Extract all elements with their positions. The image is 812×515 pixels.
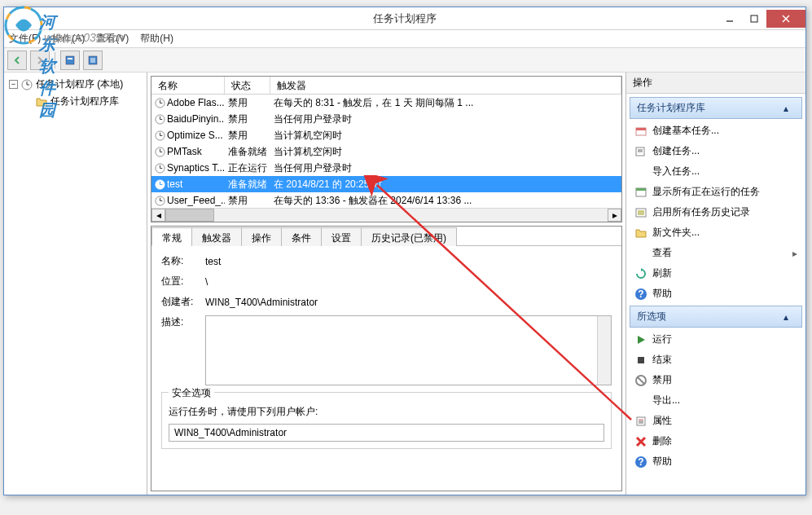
clock-icon — [155, 98, 165, 108]
collapse-icon[interactable]: ▴ — [783, 103, 795, 114]
action-refresh[interactable]: 刷新 — [630, 263, 802, 284]
svg-rect-42 — [638, 210, 644, 215]
enable-history-icon — [634, 206, 647, 219]
refresh-icon — [634, 267, 647, 280]
action-label: 刷新 — [652, 266, 672, 280]
col-header-name[interactable]: 名称 — [151, 77, 225, 94]
security-section: 安全选项 运行任务时，请使用下列用户帐户: WIN8_T400\Administ… — [161, 392, 612, 449]
table-row[interactable]: Synaptics T... 正在运行 当任何用户登录时 — [151, 160, 621, 176]
tab-triggers[interactable]: 触发器 — [191, 227, 242, 246]
row-name: Optimize S... — [167, 130, 223, 141]
create-icon — [634, 145, 647, 158]
menu-help[interactable]: 帮助(H) — [140, 32, 173, 46]
table-row[interactable]: BaiduPinyin... 禁用 当任何用户登录时 — [151, 111, 621, 127]
action-label: 新文件夹... — [652, 226, 700, 240]
disable-icon — [634, 374, 647, 387]
action-label: 创建基本任务... — [652, 124, 719, 138]
textarea-scrollbar[interactable] — [597, 316, 611, 385]
description-textarea[interactable] — [205, 315, 612, 385]
actions-panel-title: 操作 — [626, 73, 805, 94]
action-label: 创建任务... — [652, 144, 700, 158]
minimize-button[interactable] — [718, 10, 742, 28]
clock-icon — [155, 114, 165, 125]
row-name: PMTask — [167, 146, 202, 157]
tree-expand-icon[interactable]: − — [9, 80, 18, 89]
close-button[interactable] — [766, 10, 805, 28]
tab-general[interactable]: 常规 — [151, 227, 192, 246]
action-properties[interactable]: 属性 — [630, 411, 802, 431]
maximize-button[interactable] — [742, 10, 766, 28]
horizontal-scrollbar[interactable]: ◂ ▸ — [151, 208, 621, 222]
value-creator: WIN8_T400\Administrator — [205, 297, 612, 308]
row-trigger: 当任何用户登录时 — [270, 161, 621, 175]
action-label: 结束 — [652, 353, 672, 367]
table-row[interactable]: PMTask 准备就绪 当计算机空闲时 — [151, 143, 621, 160]
row-status: 禁用 — [225, 96, 270, 110]
col-header-status[interactable]: 状态 — [225, 77, 270, 94]
action-import[interactable]: 导入任务... — [630, 161, 802, 182]
action-create-basic[interactable]: 创建基本任务... — [630, 121, 802, 141]
action-run[interactable]: 运行 — [630, 329, 802, 350]
action-label: 属性 — [652, 414, 672, 428]
export-icon — [634, 394, 647, 407]
col-header-trigger[interactable]: 触发器 — [270, 77, 621, 94]
label-location: 位置: — [161, 275, 205, 288]
svg-text:?: ? — [638, 288, 643, 300]
action-help[interactable]: ?帮助 — [630, 451, 802, 472]
action-end[interactable]: 结束 — [630, 350, 802, 370]
row-trigger: 在 2014/8/21 的 20:25 时 — [270, 178, 621, 191]
toolbar-forward[interactable] — [30, 51, 50, 70]
row-status: 禁用 — [225, 129, 270, 143]
action-delete[interactable]: 删除 — [630, 431, 802, 451]
action-help[interactable]: ?帮助 — [630, 284, 802, 304]
row-name: User_Feed_... — [167, 195, 225, 206]
action-disable[interactable]: 禁用 — [630, 370, 802, 390]
clock-icon — [155, 147, 165, 157]
toolbar-btn-3[interactable] — [60, 51, 80, 70]
row-status: 正在运行 — [225, 161, 270, 175]
section-selected-title: 所选项 — [637, 310, 666, 324]
view-icon — [634, 247, 647, 260]
scroll-left-arrow[interactable]: ◂ — [151, 209, 165, 222]
tab-actions[interactable]: 操作 — [241, 227, 282, 246]
action-export[interactable]: 导出... — [630, 390, 802, 411]
help-icon: ? — [634, 288, 647, 301]
row-trigger: 在每天的 13:36 - 触发器在 2024/6/14 13:36 ... — [270, 194, 621, 208]
svg-rect-1 — [751, 15, 757, 22]
action-label: 禁用 — [652, 373, 672, 387]
menu-view[interactable]: 查看(V) — [96, 32, 129, 46]
clock-icon — [155, 163, 165, 174]
section-selected[interactable]: 所选项 ▴ — [630, 306, 802, 328]
collapse-icon[interactable]: ▴ — [783, 311, 795, 323]
action-label: 运行 — [652, 332, 672, 346]
tab-settings[interactable]: 设置 — [321, 227, 362, 246]
table-row[interactable]: User_Feed_... 禁用 在每天的 13:36 - 触发器在 2024/… — [151, 192, 621, 208]
scroll-right-arrow[interactable]: ▸ — [608, 209, 621, 222]
action-view[interactable]: 查看 — [630, 243, 802, 263]
section-library-title: 任务计划程序库 — [637, 101, 705, 115]
tab-history[interactable]: 历史记录(已禁用) — [361, 227, 457, 246]
run-icon — [634, 333, 647, 346]
toolbar-btn-4[interactable] — [83, 51, 103, 70]
section-library[interactable]: 任务计划程序库 ▴ — [630, 97, 802, 119]
center-panel: 名称 状态 触发器 Adobe Flas... 禁用 在每天的 8:31 - 触… — [147, 73, 626, 495]
row-status: 禁用 — [225, 112, 270, 126]
toolbar-back[interactable] — [7, 51, 27, 70]
action-new-folder[interactable]: 新文件夹... — [630, 222, 802, 243]
scroll-thumb[interactable] — [165, 209, 214, 222]
svg-text:?: ? — [638, 456, 643, 468]
table-row[interactable]: test 准备就绪 在 2014/8/21 的 20:25 时 — [151, 176, 621, 192]
row-trigger: 在每天的 8:31 - 触发后，在 1 天 期间每隔 1 ... — [270, 96, 621, 110]
table-row[interactable]: Adobe Flas... 禁用 在每天的 8:31 - 触发后，在 1 天 期… — [151, 95, 621, 111]
tab-conditions[interactable]: 条件 — [281, 227, 322, 246]
action-label: 帮助 — [652, 455, 672, 469]
action-enable-history[interactable]: 启用所有任务历史记录 — [630, 202, 802, 222]
table-row[interactable]: Optimize S... 禁用 当计算机空闲时 — [151, 127, 621, 143]
svg-rect-45 — [638, 357, 644, 363]
menu-file[interactable]: 文件(F) — [9, 32, 41, 46]
tree-root[interactable]: − 任务计划程序 (本地) — [7, 76, 143, 93]
tree-child[interactable]: + 任务计划程序库 — [7, 93, 143, 110]
menu-action[interactable]: 操作(A) — [52, 32, 85, 46]
action-show-running[interactable]: 显示所有正在运行的任务 — [630, 182, 802, 202]
action-create[interactable]: 创建任务... — [630, 141, 802, 161]
